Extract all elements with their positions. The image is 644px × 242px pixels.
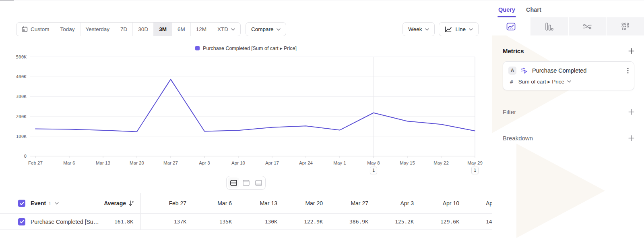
line-chart-icon <box>444 26 452 33</box>
metric-aggregation-row[interactable]: # Sum of cart ▸ Price <box>508 78 629 85</box>
breakdown-title: Breakdown <box>503 135 533 142</box>
aggregation-selector: Sum of cart ▸ Price <box>518 78 571 85</box>
range-6m[interactable]: 6M <box>172 23 190 36</box>
x-axis-label: Apr 24 <box>299 161 313 165</box>
chart-type-label: Line <box>455 26 466 32</box>
line-chart: 500K400K300K200K100K0Feb 27Mar 6Mar 13Ma… <box>0 53 492 174</box>
funnels-icon <box>545 22 553 31</box>
range-custom[interactable]: Custom <box>17 23 55 36</box>
table-col-header[interactable]: Apr 3 <box>368 200 414 207</box>
event-count: 1 <box>48 200 51 207</box>
range-30d[interactable]: 30D <box>132 23 153 36</box>
plus-icon <box>628 135 634 141</box>
y-axis-label: 200K <box>16 114 27 119</box>
x-axis-label: Apr 10 <box>231 161 245 165</box>
chart-only-view-button[interactable] <box>240 177 252 188</box>
table-col-header[interactable]: Mar 6 <box>186 200 232 207</box>
table-cell: 137K <box>141 219 186 225</box>
analytics-app: CustomTodayYesterday7D30D3M6M12MXTD Comp… <box>0 0 644 242</box>
table-cell: 125.2K <box>368 219 414 225</box>
range-xtd[interactable]: XTD <box>212 23 240 36</box>
chart-type-dropdown[interactable]: Line <box>439 22 479 36</box>
x-axis-label: May 8 <box>367 161 380 165</box>
metric-options-kebab[interactable] <box>627 67 629 74</box>
table-col-header[interactable]: Mar 13 <box>232 200 277 207</box>
table-header-row: Event 1 Average Feb 27Mar 6Mar 13Mar 20M… <box>0 193 492 213</box>
toolbar-right-group: Week Line <box>402 22 479 36</box>
range-12m[interactable]: 12M <box>190 23 212 36</box>
filter-section-header: Filter <box>503 108 634 115</box>
y-axis-label: 400K <box>16 74 27 79</box>
metrics-section-header: Metrics <box>503 48 634 54</box>
table-only-view-button[interactable] <box>253 177 264 188</box>
annotation-badge[interactable]: 1 <box>471 167 479 174</box>
granularity-dropdown[interactable]: Week <box>402 22 435 36</box>
event-click-icon <box>520 67 528 75</box>
table-row-left: Purchase Completed [Sum of cart ▸ Price]… <box>0 214 141 229</box>
range-yesterday[interactable]: Yesterday <box>80 23 115 36</box>
metric-event-name: Purchase Completed <box>532 67 586 74</box>
range-today[interactable]: Today <box>55 23 80 36</box>
report-main-panel: CustomTodayYesterday7D30D3M6M12MXTD Comp… <box>0 0 492 242</box>
tab-insights[interactable] <box>492 17 530 35</box>
y-axis-label: 300K <box>16 94 27 99</box>
table-cell: 14 <box>459 219 492 225</box>
metric-letter-badge: A <box>508 67 516 75</box>
layout-toggle-group <box>226 176 266 190</box>
query-sidebar: Query Chart Metrics <box>492 0 644 242</box>
range-3m[interactable]: 3M <box>153 23 172 36</box>
kebab-icon <box>627 67 629 74</box>
x-axis-label: May 15 <box>400 161 415 165</box>
tab-query[interactable]: Query <box>498 6 515 17</box>
report-toolbar: CustomTodayYesterday7D30D3M6M12MXTD Comp… <box>0 22 492 36</box>
retention-dots-icon <box>621 22 630 31</box>
tab-funnels[interactable] <box>530 17 568 35</box>
table-col-header[interactable]: Feb 27 <box>141 200 186 207</box>
x-axis-label: Feb 27 <box>28 161 43 165</box>
chevron-down-icon[interactable] <box>55 202 59 204</box>
average-column-header[interactable]: Average <box>104 200 140 207</box>
x-axis-label: May 29 <box>467 161 483 165</box>
compare-button[interactable]: Compare <box>246 22 287 36</box>
add-metric-button[interactable] <box>628 48 634 54</box>
chevron-down-icon <box>277 28 281 31</box>
table-col-header[interactable]: Apr 10 <box>414 200 459 207</box>
x-axis-label: May 1 <box>333 161 346 165</box>
row-values: 137K135K130K122.9K386.9K125.2K129.6K14 <box>141 219 492 225</box>
chart-only-view-icon <box>243 180 250 186</box>
check-icon <box>20 220 24 223</box>
granularity-label: Week <box>408 26 422 32</box>
split-view-button[interactable] <box>228 177 239 188</box>
series-line[interactable] <box>35 79 475 132</box>
numeric-property-icon: # <box>510 79 513 85</box>
tab-retention[interactable] <box>606 17 644 35</box>
x-axis-label: Apr 3 <box>199 161 210 165</box>
table-col-header[interactable]: Apr 17 <box>459 200 492 207</box>
x-axis-label: Apr 17 <box>265 161 279 165</box>
y-axis-label: 500K <box>16 54 27 60</box>
sidebar-tabs: Query Chart <box>492 0 644 17</box>
tab-chart[interactable]: Chart <box>526 6 541 17</box>
metric-card-main-row: A Purchase Completed <box>508 67 629 75</box>
row-checkbox[interactable] <box>18 218 25 225</box>
add-filter-button[interactable] <box>628 109 634 115</box>
metric-card[interactable]: A Purchase Completed # Sum of cart ▸ Pri… <box>503 61 634 90</box>
add-breakdown-button[interactable] <box>628 135 634 142</box>
table-cell: 130K <box>232 219 277 225</box>
compare-button-label: Compare <box>251 26 274 32</box>
sort-descending-icon <box>129 200 134 206</box>
tab-flows[interactable] <box>568 17 606 35</box>
table-cell: 129.6K <box>414 219 459 225</box>
select-all-checkbox[interactable] <box>18 200 25 207</box>
event-column-header: Event <box>31 200 46 207</box>
report-type-tabs <box>492 17 644 35</box>
line-chart-area: 500K400K300K200K100K0Feb 27Mar 6Mar 13Ma… <box>0 53 492 174</box>
range-7d[interactable]: 7D <box>115 23 132 36</box>
x-axis-label: Mar 6 <box>63 161 75 165</box>
table-col-header[interactable]: Mar 27 <box>323 200 368 207</box>
check-icon <box>20 202 24 205</box>
annotation-badge[interactable]: 1 <box>370 167 377 174</box>
legend-label: Purchase Completed [Sum of cart ▸ Price] <box>203 45 297 51</box>
plus-icon <box>628 48 634 54</box>
table-col-header[interactable]: Mar 20 <box>277 200 323 207</box>
